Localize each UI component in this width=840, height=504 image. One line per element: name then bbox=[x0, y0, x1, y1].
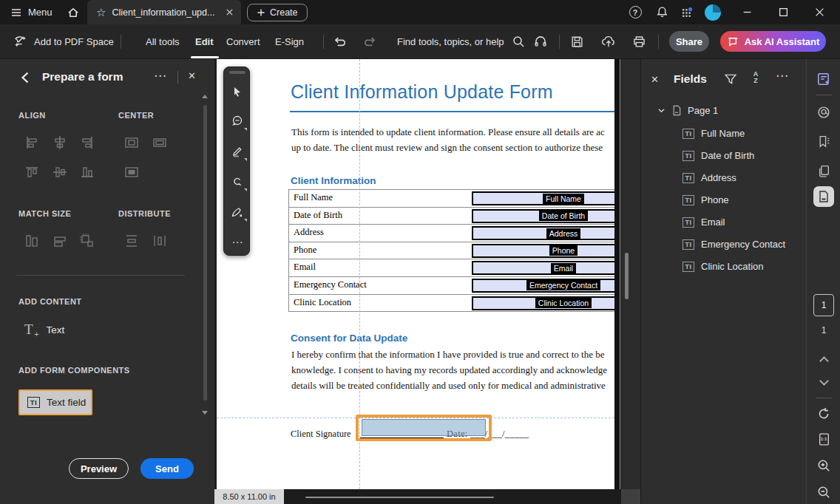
home-button[interactable] bbox=[67, 0, 80, 24]
align-center-horizontal-button[interactable] bbox=[50, 133, 70, 152]
document-tab[interactable]: ☆ Client_information_upd... bbox=[87, 0, 241, 24]
field-item-address[interactable]: TI Address bbox=[682, 172, 736, 183]
field-item-date-of-birth[interactable]: TI Date of Birth bbox=[682, 150, 754, 161]
add-to-pdf-space-button[interactable]: Add to PDF Space bbox=[13, 24, 114, 58]
toolbar-drag-handle[interactable] bbox=[229, 71, 245, 74]
tab-edit[interactable]: Edit bbox=[195, 24, 214, 58]
match-both-button[interactable] bbox=[78, 231, 97, 251]
ask-ai-assistant-button[interactable]: Ask AI Assistant bbox=[720, 31, 826, 52]
previous-page-button[interactable] bbox=[807, 349, 840, 370]
form-field-full-name[interactable]: Full Name bbox=[472, 191, 614, 205]
field-item-emergency-contact[interactable]: TI Emergency Contact bbox=[682, 239, 785, 250]
more-tools-button[interactable]: ⋯ bbox=[224, 231, 251, 253]
filter-button[interactable] bbox=[724, 72, 737, 86]
share-button[interactable]: Share bbox=[669, 31, 709, 52]
fields-close-icon[interactable]: ✕ bbox=[651, 74, 659, 85]
back-chevron-icon[interactable] bbox=[20, 72, 30, 84]
text-plus-icon: T+ bbox=[24, 321, 33, 338]
align-left-button[interactable] bbox=[22, 133, 41, 152]
upload-cloud-button[interactable] bbox=[601, 24, 616, 58]
form-field-clinic-location[interactable]: Clinic Location bbox=[472, 296, 614, 310]
panel-more-icon[interactable]: ⋯ bbox=[154, 68, 166, 84]
print-button[interactable] bbox=[632, 24, 646, 58]
tab-esign[interactable]: E-Sign bbox=[275, 24, 304, 58]
tab-convert[interactable]: Convert bbox=[226, 24, 260, 58]
field-item-email[interactable]: TI Email bbox=[682, 217, 725, 228]
help-button[interactable]: ? bbox=[623, 0, 648, 24]
comment-tool-button[interactable] bbox=[224, 110, 251, 132]
select-tool-button[interactable] bbox=[224, 81, 251, 103]
undo-button[interactable] bbox=[332, 24, 348, 58]
selection-outline[interactable] bbox=[356, 415, 492, 441]
distribute-horizontally-button[interactable] bbox=[150, 231, 169, 251]
maximize-button[interactable] bbox=[768, 0, 798, 24]
zoom-in-button[interactable] bbox=[807, 455, 840, 476]
text-field-tool-selected[interactable]: TI Text field bbox=[18, 389, 92, 415]
panel-close-icon[interactable]: ✕ bbox=[188, 70, 196, 81]
chevron-down-icon[interactable] bbox=[657, 106, 665, 115]
add-text-tool[interactable]: T+ Text bbox=[24, 321, 64, 338]
scroll-thumb[interactable] bbox=[203, 105, 207, 401]
redo-button[interactable] bbox=[362, 24, 378, 58]
match-width-button[interactable] bbox=[50, 231, 70, 251]
redo-icon bbox=[362, 33, 378, 50]
find-tools-search[interactable]: Find tools, topics, or help bbox=[397, 24, 525, 58]
apps-grid-button[interactable] bbox=[674, 0, 700, 24]
pdf-page[interactable]: Client Information Update Form This form… bbox=[217, 59, 614, 489]
highlight-tool-button[interactable] bbox=[224, 140, 251, 163]
form-field-address[interactable]: Address bbox=[472, 226, 614, 240]
read-aloud-button[interactable] bbox=[533, 24, 548, 58]
align-right-button[interactable] bbox=[78, 133, 97, 152]
document-scroll-thumb[interactable] bbox=[625, 253, 629, 299]
form-field-date-of-birth[interactable]: Date of Birth bbox=[472, 209, 614, 223]
create-tab-button[interactable]: Create bbox=[247, 4, 308, 21]
comments-rail-button[interactable] bbox=[807, 102, 840, 123]
bookmarks-rail-button[interactable] bbox=[807, 131, 840, 151]
align-bottom-button[interactable] bbox=[78, 163, 97, 182]
sort-az-button[interactable]: A Z bbox=[750, 71, 762, 84]
account-avatar[interactable] bbox=[700, 0, 726, 24]
close-window-button[interactable] bbox=[805, 0, 834, 24]
field-item-phone[interactable]: TI Phone bbox=[682, 194, 729, 205]
page-tree-node[interactable]: Page 1 bbox=[657, 105, 718, 116]
current-page-box[interactable]: 1 bbox=[813, 294, 834, 316]
prepare-form-rail-button[interactable] bbox=[807, 69, 840, 89]
center-both-button[interactable] bbox=[122, 163, 141, 182]
plus-icon bbox=[257, 8, 265, 17]
scroll-down-arrow[interactable] bbox=[202, 411, 208, 415]
form-field-emergency-contact[interactable]: Emergency Contact bbox=[472, 279, 614, 293]
next-page-button[interactable] bbox=[807, 372, 840, 393]
send-button[interactable]: Send bbox=[140, 458, 194, 479]
favorite-star-icon[interactable]: ☆ bbox=[96, 7, 106, 18]
align-middle-button[interactable] bbox=[50, 163, 70, 182]
tab-close-icon[interactable] bbox=[226, 8, 234, 16]
document-scrollbar[interactable] bbox=[621, 59, 640, 489]
notifications-button[interactable] bbox=[649, 0, 674, 24]
center-horizontally-button[interactable] bbox=[122, 133, 141, 152]
form-field-email[interactable]: Email bbox=[472, 261, 614, 275]
minimize-button[interactable] bbox=[732, 0, 762, 24]
panel-scrollbar[interactable] bbox=[201, 95, 209, 420]
fields-more-icon[interactable]: ⋯ bbox=[776, 68, 788, 84]
match-height-button[interactable] bbox=[22, 231, 41, 251]
draw-tool-button[interactable] bbox=[224, 171, 251, 193]
form-field-phone[interactable]: Phone bbox=[472, 244, 614, 258]
rotate-page-button[interactable] bbox=[807, 403, 840, 424]
distribute-vertically-button[interactable] bbox=[122, 231, 141, 251]
actual-size-button[interactable]: 1:1 bbox=[807, 429, 840, 449]
horizontal-scroll-thumb[interactable] bbox=[305, 497, 494, 498]
zoom-out-button[interactable] bbox=[807, 482, 840, 503]
save-button[interactable] bbox=[570, 24, 584, 58]
fill-sign-tool-button[interactable] bbox=[224, 201, 251, 223]
preview-button[interactable]: Preview bbox=[69, 458, 129, 479]
page-thumbnails-rail-button-active[interactable] bbox=[813, 186, 834, 207]
field-item-full-name[interactable]: TI Full Name bbox=[682, 128, 745, 139]
field-item-clinic-location[interactable]: TI Clinic Location bbox=[682, 261, 764, 272]
scroll-up-arrow[interactable] bbox=[202, 95, 208, 98]
menu-button[interactable]: Menu bbox=[10, 0, 52, 24]
copy-pages-icon bbox=[817, 164, 831, 178]
organize-pages-rail-button[interactable] bbox=[807, 160, 840, 181]
tab-all-tools[interactable]: All tools bbox=[146, 24, 180, 58]
center-vertically-button[interactable] bbox=[150, 133, 169, 152]
align-top-button[interactable] bbox=[22, 163, 41, 182]
